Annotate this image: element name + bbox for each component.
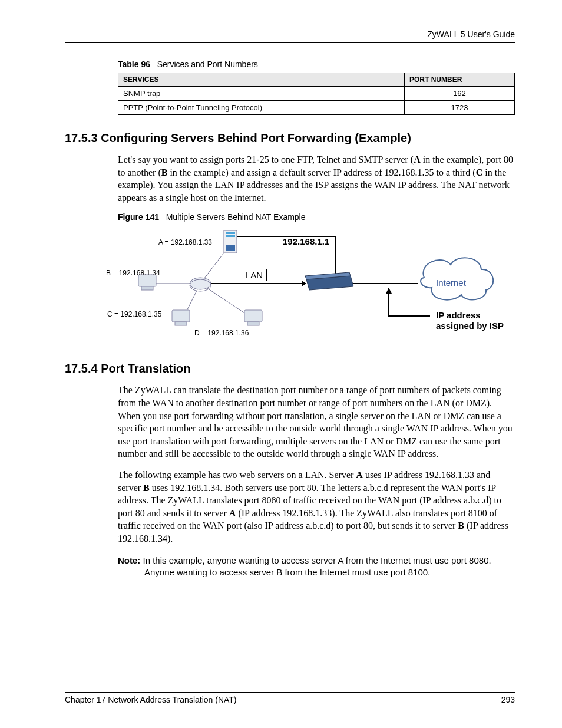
svg-rect-11 [226, 245, 235, 251]
note-17-5-4: Note: In this example, anyone wanting to… [91, 555, 515, 579]
col-services: SERVICES [118, 73, 405, 87]
para-17-5-4-1: The ZyWALL can translate the destination… [118, 384, 515, 460]
para-17-5-4-2: The following example has two web server… [118, 469, 515, 545]
page-footer: Chapter 17 Network Address Translation (… [65, 692, 515, 704]
svg-marker-5 [302, 281, 306, 286]
header-rule [65, 42, 515, 43]
svg-rect-16 [244, 310, 262, 322]
label-C: C = 192.168.1.35 [107, 310, 172, 318]
table-96-caption: Table 96 Services and Port Numbers [65, 60, 515, 69]
label-lan: LAN [242, 269, 267, 281]
cell-port: 162 [405, 87, 515, 101]
figure-141-caption: Figure 141 Multiple Servers Behind NAT E… [65, 212, 515, 222]
label-isp-2: assigned by ISP [436, 321, 504, 331]
table-row: PPTP (Point-to-Point Tunneling Protocol)… [118, 101, 515, 115]
table-row: SNMP trap 162 [118, 87, 515, 101]
table-label: Table 96 [118, 60, 150, 69]
svg-marker-7 [386, 288, 392, 294]
label-D: D = 192.168.1.36 [194, 329, 249, 337]
note-text: In this example, anyone wanting to acces… [140, 555, 491, 577]
label-B: B = 192.168.1.34 [106, 269, 171, 277]
footer-page-number: 293 [501, 695, 515, 704]
figure-label: Figure 141 [118, 212, 159, 222]
svg-rect-13 [141, 286, 153, 290]
cell-service: PPTP (Point-to-Point Tunneling Protocol) [118, 101, 405, 115]
table-caption-text: Services and Port Numbers [157, 60, 258, 69]
para-17-5-3: Let's say you want to assign ports 21-25… [118, 153, 515, 204]
label-isp-1: IP address [436, 310, 481, 320]
label-internet: Internet [436, 278, 466, 288]
svg-rect-15 [175, 322, 187, 325]
heading-17-5-4: 17.5.4 Port Translation [65, 362, 515, 375]
table-96: SERVICES PORT NUMBER SNMP trap 162 PPTP … [118, 73, 515, 115]
heading-17-5-3: 17.5.3 Configuring Servers Behind Port F… [65, 131, 515, 145]
svg-rect-14 [172, 310, 190, 322]
svg-rect-9 [226, 232, 235, 234]
col-port-number: PORT NUMBER [405, 73, 515, 87]
label-gateway-ip: 192.168.1.1 [283, 236, 329, 246]
cell-port: 1723 [405, 101, 515, 115]
figure-141-diagram: A = 192.168.1.33 B = 192.168.1.34 C = 19… [118, 228, 507, 340]
svg-rect-10 [226, 235, 235, 237]
cell-service: SNMP trap [118, 87, 405, 101]
footer-chapter: Chapter 17 Network Address Translation (… [65, 695, 237, 704]
figure-caption-text: Multiple Servers Behind NAT Example [166, 212, 306, 222]
svg-rect-17 [247, 322, 259, 325]
footer-rule [65, 692, 515, 693]
label-A: A = 192.168.1.33 [147, 238, 212, 246]
running-header: ZyWALL 5 User's Guide [65, 29, 515, 39]
note-label: Note: [118, 555, 140, 565]
